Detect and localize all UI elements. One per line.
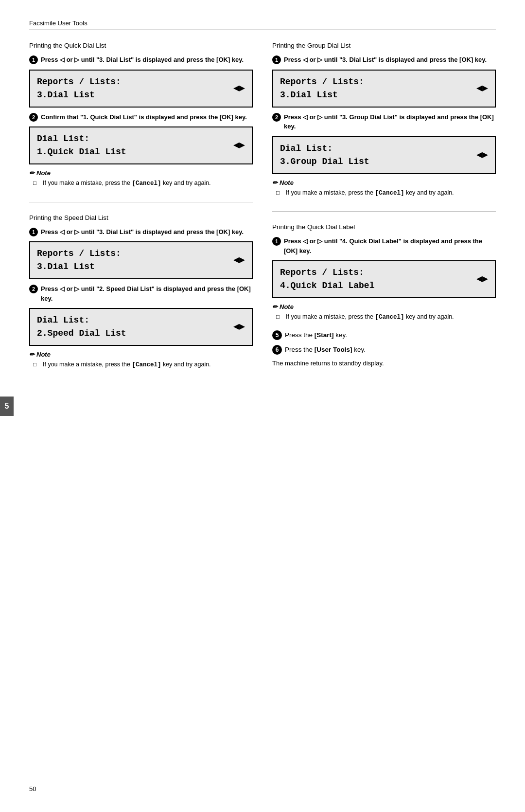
r-s2-lcd1-line1: Reports / Lists: xyxy=(280,266,472,279)
step1-press: Press ◁ or ▷ until "3. Dial List" is dis… xyxy=(41,56,244,63)
r-s1-step2-text: Press ◁ or ▷ until "3. Group Dial List" … xyxy=(284,112,496,131)
r-s2-step1: 1 Press ◁ or ▷ until "4. Quick Dial Labe… xyxy=(272,236,496,255)
r-note2: ✏ Note □ If you make a mistake, press th… xyxy=(272,303,496,322)
s2-lcd-box-2-inner: Dial List: 2.Speed Dial List xyxy=(37,314,228,340)
note2-item: □ If you make a mistake, press the [Canc… xyxy=(33,360,253,370)
step1: 1 Press ◁ or ▷ until "3. Dial List" is d… xyxy=(29,55,253,65)
r-s1-step1: 1 Press ◁ or ▷ until "3. Dial List" is d… xyxy=(272,55,496,65)
s2-step1: 1 Press ◁ or ▷ until "3. Dial List" is d… xyxy=(29,227,253,237)
r-s1-lcd2-line2: 3.Group Dial List xyxy=(280,155,472,168)
s2-lcd1-line1: Reports / Lists: xyxy=(37,247,228,260)
lcd-box-1-inner: Reports / Lists: 3.Dial List xyxy=(37,75,228,102)
r-note1-title: ✏ Note xyxy=(272,179,496,186)
r-s1-lcd1-line2: 3.Dial List xyxy=(280,89,472,102)
note-pencil-icon: ✏ xyxy=(29,169,35,177)
note1-text: If you make a mistake, press the [Cancel… xyxy=(43,179,211,188)
s2-lcd-box-1-inner: Reports / Lists: 3.Dial List xyxy=(37,247,228,273)
page-number: 50 xyxy=(29,785,36,793)
r-s2-step1-circle: 1 xyxy=(272,237,281,246)
section2-title: Printing the Speed Dial List xyxy=(29,214,253,221)
step5: 5 Press the [Start] key. xyxy=(272,330,496,341)
s2-lcd1-arrow: ◀▶ xyxy=(233,253,245,268)
step5-circle: 5 xyxy=(272,330,282,340)
step6-circle: 6 xyxy=(272,345,282,355)
r-s2-lcd-box-1: Reports / Lists: 4.Quick Dial Label ◀▶ xyxy=(272,260,496,298)
r-s1-lcd-box-2-inner: Dial List: 3.Group Dial List xyxy=(280,142,472,168)
r-section1-title: Printing the Group Dial List xyxy=(272,42,496,49)
s2-step1-text: Press ◁ or ▷ until "3. Dial List" is dis… xyxy=(41,227,244,237)
r-note1-pencil-icon: ✏ xyxy=(272,179,278,186)
lcd1-line1: Reports / Lists: xyxy=(37,75,228,89)
note2-text: If you make a mistake, press the [Cancel… xyxy=(43,360,211,370)
s2-lcd-box-2: Dial List: 2.Speed Dial List ◀▶ xyxy=(29,308,253,346)
left-column: Printing the Quick Dial List 1 Press ◁ o… xyxy=(29,42,253,395)
r-s2-step1-text: Press ◁ or ▷ until "4. Quick Dial Label"… xyxy=(284,236,496,255)
r-note2-bullet: □ xyxy=(276,312,283,321)
note2-title: ✏ Note xyxy=(29,351,253,358)
lcd2-line2: 1.Quick Dial List xyxy=(37,145,228,159)
section-group-dial-list: Printing the Group Dial List 1 Press ◁ o… xyxy=(272,42,496,212)
s2-lcd-box-1: Reports / Lists: 3.Dial List ◀▶ xyxy=(29,241,253,279)
note1-bullet: □ xyxy=(33,179,40,187)
header-title: Facsimile User Tools xyxy=(29,19,88,27)
r-s1-step2-circle: 2 xyxy=(272,113,281,122)
s2-lcd2-line2: 2.Speed Dial List xyxy=(37,327,228,340)
s2-lcd2-arrow: ◀▶ xyxy=(233,320,245,334)
r-note2-item: □ If you make a mistake, press the [Canc… xyxy=(276,312,496,322)
s2-step2-circle: 2 xyxy=(29,285,38,293)
lcd2-arrow: ◀▶ xyxy=(233,138,245,153)
r-s1-lcd-box-1: Reports / Lists: 3.Dial List ◀▶ xyxy=(272,70,496,108)
r-s2-lcd1-arrow: ◀▶ xyxy=(476,272,488,287)
r-s1-lcd-box-1-inner: Reports / Lists: 3.Dial List xyxy=(280,75,472,102)
r-section2-title: Printing the Quick Dial Label xyxy=(272,223,496,231)
note2-pencil-icon: ✏ xyxy=(29,351,35,358)
final-text: The machine returns to standby display. xyxy=(272,359,496,368)
step6: 6 Press the [User Tools] key. xyxy=(272,344,496,355)
step1-text: Press ◁ or ▷ until "3. Dial List" is dis… xyxy=(41,55,244,65)
page: 5 Facsimile User Tools Printing the Quic… xyxy=(0,0,525,812)
note2: ✏ Note □ If you make a mistake, press th… xyxy=(29,351,253,370)
step2: 2 Confirm that "1. Quick Dial List" is d… xyxy=(29,112,253,122)
lcd-box-1: Reports / Lists: 3.Dial List ◀▶ xyxy=(29,70,253,108)
lcd1-line2: 3.Dial List xyxy=(37,89,228,102)
r-note1-bullet: □ xyxy=(276,188,283,197)
lcd1-arrow: ◀▶ xyxy=(233,81,245,96)
r-s1-lcd1-line1: Reports / Lists: xyxy=(280,75,472,89)
r-s1-lcd1-arrow: ◀▶ xyxy=(476,81,488,96)
section-speed-dial-list: Printing the Speed Dial List 1 Press ◁ o… xyxy=(29,214,253,383)
note1-title: ✏ Note xyxy=(29,169,253,177)
lcd-box-2-inner: Dial List: 1.Quick Dial List xyxy=(37,132,228,159)
note1-item: □ If you make a mistake, press the [Canc… xyxy=(33,179,253,188)
r-s1-lcd2-arrow: ◀▶ xyxy=(476,148,488,162)
note1: ✏ Note □ If you make a mistake, press th… xyxy=(29,169,253,188)
r-note1: ✏ Note □ If you make a mistake, press th… xyxy=(272,179,496,198)
section-quick-dial-label: Printing the Quick Dial Label 1 Press ◁ … xyxy=(272,223,496,378)
sidebar-number: 5 xyxy=(0,397,14,416)
main-content: Printing the Quick Dial List 1 Press ◁ o… xyxy=(29,42,496,395)
note2-bullet: □ xyxy=(33,360,40,369)
r-note2-title: ✏ Note xyxy=(272,303,496,310)
step2-text: Confirm that "1. Quick Dial List" is dis… xyxy=(41,112,247,122)
r-s1-step1-circle: 1 xyxy=(272,55,281,64)
lcd-box-2: Dial List: 1.Quick Dial List ◀▶ xyxy=(29,126,253,164)
r-s1-lcd2-line1: Dial List: xyxy=(280,142,472,155)
lcd2-line1: Dial List: xyxy=(37,132,228,145)
step5-text: Press the [Start] key. xyxy=(285,330,347,341)
r-note1-text: If you make a mistake, press the [Cancel… xyxy=(286,188,454,198)
header: Facsimile User Tools xyxy=(29,19,496,30)
step2-circle: 2 xyxy=(29,113,38,122)
right-column: Printing the Group Dial List 1 Press ◁ o… xyxy=(272,42,496,395)
section1-title: Printing the Quick Dial List xyxy=(29,42,253,49)
r-s1-step1-text: Press ◁ or ▷ until "3. Dial List" is dis… xyxy=(284,55,487,65)
r-s1-step2: 2 Press ◁ or ▷ until "3. Group Dial List… xyxy=(272,112,496,131)
s2-step2: 2 Press ◁ or ▷ until "2. Speed Dial List… xyxy=(29,284,253,303)
s2-lcd1-line2: 3.Dial List xyxy=(37,260,228,273)
r-s2-lcd1-line2: 4.Quick Dial Label xyxy=(280,279,472,292)
s2-lcd2-line1: Dial List: xyxy=(37,314,228,327)
r-s1-lcd-box-2: Dial List: 3.Group Dial List ◀▶ xyxy=(272,136,496,174)
step1-circle: 1 xyxy=(29,55,38,64)
r-note2-pencil-icon: ✏ xyxy=(272,303,278,310)
r-note1-item: □ If you make a mistake, press the [Canc… xyxy=(276,188,496,198)
section-quick-dial-list: Printing the Quick Dial List 1 Press ◁ o… xyxy=(29,42,253,202)
r-note2-text: If you make a mistake, press the [Cancel… xyxy=(286,312,454,322)
